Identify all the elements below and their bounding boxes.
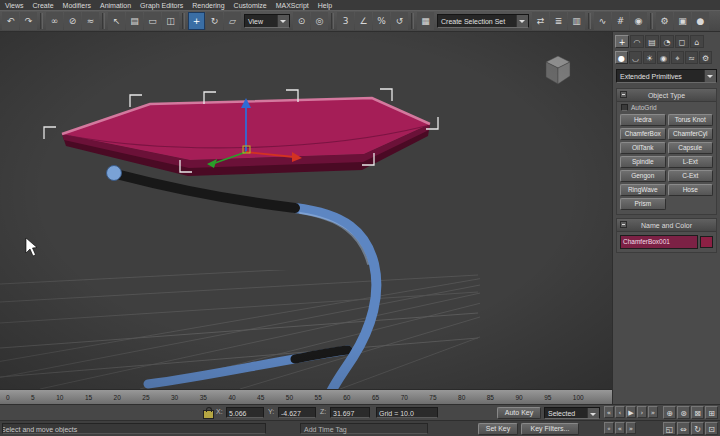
maximize-viewport-icon[interactable]: ⊡ — [705, 422, 718, 435]
key-mode-toggle-icon[interactable]: ∘ — [604, 422, 614, 434]
selection-set-dropdown[interactable]: Create Selection Set — [437, 14, 529, 28]
objtype-chamferbox[interactable]: ChamferBox — [620, 128, 666, 140]
select-and-scale-icon[interactable]: ▱ — [224, 12, 241, 30]
field-of-view-icon[interactable]: ◱ — [663, 422, 676, 435]
percent-snap-icon[interactable]: % — [373, 12, 390, 30]
undo-icon[interactable]: ↶ — [2, 12, 19, 30]
object-type-rollout-header[interactable]: Object Type — [617, 89, 716, 102]
orbit-view-icon[interactable]: ↻ — [691, 422, 704, 435]
chevron-down-icon[interactable] — [587, 408, 599, 418]
render-setup-icon[interactable]: ⚙ — [656, 12, 673, 30]
objtype-chamfercyl[interactable]: ChamferCyl — [668, 128, 714, 140]
auto-key-button[interactable]: Auto Key — [497, 407, 541, 419]
select-object-icon[interactable]: ↖ — [108, 12, 125, 30]
menu-item-customize[interactable]: Customize — [234, 2, 267, 9]
bind-to-space-warp-icon[interactable]: ≈ — [82, 12, 99, 30]
menu-item-animation[interactable]: Animation — [100, 2, 131, 9]
category-systems[interactable]: ⚙ — [699, 51, 712, 64]
primitive-category-dropdown[interactable]: Extended Primitives — [616, 69, 717, 83]
z-coordinate-field[interactable]: 31.697 — [330, 407, 370, 418]
objtype-hose[interactable]: Hose — [668, 184, 714, 196]
previous-frame-button[interactable]: ‹ — [615, 406, 625, 418]
rendered-frame-icon[interactable]: ▣ — [674, 12, 691, 30]
menu-item-rendering[interactable]: Rendering — [192, 2, 224, 9]
menu-item-help[interactable]: Help — [318, 2, 332, 9]
menu-item-views[interactable]: Views — [5, 2, 24, 9]
objtype-prism[interactable]: Prism — [620, 198, 666, 210]
tab-motion[interactable]: ◔ — [660, 35, 674, 48]
chevron-down-icon[interactable] — [277, 15, 289, 27]
objtype-ringwave[interactable]: RingWave — [620, 184, 666, 196]
play-button[interactable]: ▶ — [626, 406, 636, 418]
menu-item-modifiers[interactable]: Modifiers — [63, 2, 91, 9]
align-icon[interactable]: ≣ — [550, 12, 567, 30]
snap-toggle-3d-icon[interactable]: 3 — [337, 12, 354, 30]
zoom-all-icon[interactable]: ⊛ — [677, 406, 690, 419]
tab-hierarchy[interactable]: ▤ — [645, 35, 659, 48]
y-coordinate-field[interactable]: -4.627 — [278, 407, 316, 418]
key-filters-button[interactable]: Key Filters... — [521, 423, 579, 435]
menu-item-graph-editors[interactable]: Graph Editors — [140, 2, 183, 9]
select-and-link-icon[interactable]: ∞ — [46, 12, 63, 30]
go-to-end-button[interactable]: » — [648, 406, 658, 418]
go-to-start-button[interactable]: « — [604, 406, 614, 418]
chevron-down-icon[interactable] — [704, 70, 716, 82]
select-and-manipulate-icon[interactable]: ◎ — [311, 12, 328, 30]
pan-view-icon[interactable]: ⇔ — [677, 422, 690, 435]
menu-item-maxscript[interactable]: MAXScript — [276, 2, 309, 9]
tab-display[interactable]: ◻ — [675, 35, 689, 48]
collapse-icon[interactable] — [620, 91, 627, 98]
edit-named-selection-sets-icon[interactable]: ▦ — [417, 12, 434, 30]
tab-modify[interactable]: ◠ — [630, 35, 644, 48]
viewport-canvas[interactable] — [0, 32, 612, 389]
objtype-c-ext[interactable]: C-Ext — [668, 170, 714, 182]
category-lights[interactable]: ☀ — [643, 51, 656, 64]
zoom-extents-all-icon[interactable]: ⊞ — [705, 406, 718, 419]
category-shapes[interactable]: ◡ — [629, 51, 642, 64]
selected-filter-dropdown[interactable]: Selected — [544, 407, 600, 419]
object-name-input[interactable]: ChamferBox001 — [620, 235, 698, 249]
category-geometry[interactable]: ● — [615, 51, 628, 64]
unlink-selection-icon[interactable]: ⊘ — [64, 12, 81, 30]
add-time-tag-field[interactable]: Add Time Tag — [300, 423, 428, 434]
category-cameras[interactable]: ◉ — [657, 51, 670, 64]
tab-utilities[interactable]: ⌂ — [690, 35, 704, 48]
selection-lock-toggle[interactable] — [203, 410, 214, 419]
set-key-button[interactable]: Set Key — [478, 423, 518, 435]
objtype-oiltank[interactable]: OilTank — [620, 142, 666, 154]
objtype-spindle[interactable]: Spindle — [620, 156, 666, 168]
next-frame-button[interactable]: › — [637, 406, 647, 418]
x-coordinate-field[interactable]: 5.066 — [226, 407, 264, 418]
window-crossing-icon[interactable]: ◫ — [162, 12, 179, 30]
zoom-extents-icon[interactable]: ⊠ — [691, 406, 704, 419]
name-color-rollout-header[interactable]: Name and Color — [617, 219, 716, 232]
tab-create[interactable]: + — [615, 35, 629, 48]
render-production-icon[interactable]: ● — [692, 12, 709, 30]
schematic-view-icon[interactable]: # — [612, 12, 629, 30]
reference-coordinate-dropdown[interactable]: View — [244, 14, 290, 28]
menu-item-create[interactable]: Create — [33, 2, 54, 9]
layer-manager-icon[interactable]: ▥ — [568, 12, 585, 30]
perspective-viewport[interactable] — [0, 32, 612, 389]
use-pivot-center-icon[interactable]: ⊙ — [293, 12, 310, 30]
angle-snap-icon[interactable]: ∠ — [355, 12, 372, 30]
next-key-icon[interactable]: » — [626, 422, 636, 434]
objtype-capsule[interactable]: Capsule — [668, 142, 714, 154]
previous-key-icon[interactable]: « — [615, 422, 625, 434]
category-space-warps[interactable]: ≈ — [685, 51, 698, 64]
rectangular-selection-region-icon[interactable]: ▭ — [144, 12, 161, 30]
select-and-rotate-icon[interactable]: ↻ — [206, 12, 223, 30]
material-editor-icon[interactable]: ◉ — [630, 12, 647, 30]
objtype-gengon[interactable]: Gengon — [620, 170, 666, 182]
redo-icon[interactable]: ↷ — [20, 12, 37, 30]
object-color-swatch[interactable] — [700, 236, 713, 248]
select-by-name-icon[interactable]: ▤ — [126, 12, 143, 30]
select-and-move-icon[interactable]: + — [188, 12, 205, 30]
objtype-torus-knot[interactable]: Torus Knot — [668, 114, 714, 126]
spinner-snap-icon[interactable]: ↺ — [391, 12, 408, 30]
mirror-icon[interactable]: ⇄ — [532, 12, 549, 30]
chevron-down-icon[interactable] — [516, 15, 528, 27]
category-helpers[interactable]: ⌖ — [671, 51, 684, 64]
collapse-icon[interactable] — [620, 221, 627, 228]
zoom-icon[interactable]: ⊕ — [663, 406, 676, 419]
